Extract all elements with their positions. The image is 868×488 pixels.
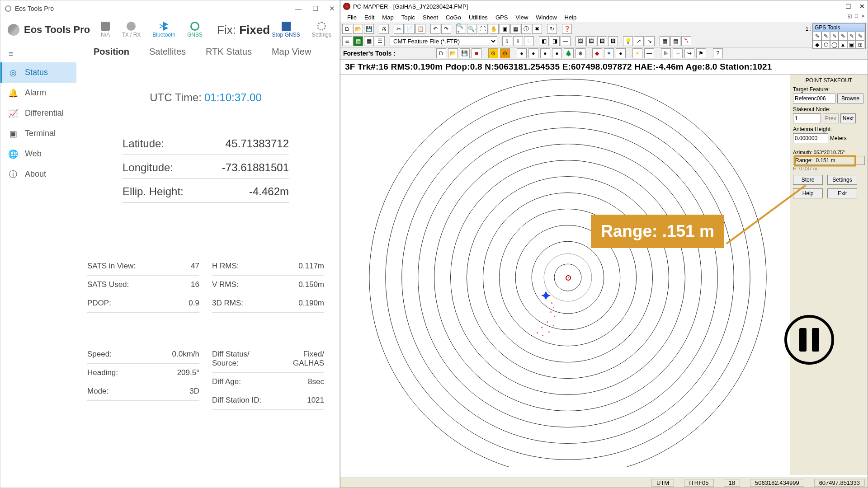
ft-c-icon[interactable]: ●	[540, 48, 550, 58]
tab-position[interactable]: Position	[94, 47, 129, 57]
ft-g-icon[interactable]: ✶	[604, 48, 614, 58]
cut-icon[interactable]: ✂	[394, 24, 404, 34]
ft-h-icon[interactable]: ●	[616, 48, 626, 58]
sidebar-item-status[interactable]: ◎Status	[0, 62, 76, 83]
export-icon[interactable]: ⇪	[502, 36, 512, 46]
paste-icon[interactable]: 📋	[415, 24, 425, 34]
exit-button[interactable]: Exit	[827, 188, 857, 198]
ft-pin-yellow-icon[interactable]: ⊙	[488, 48, 498, 58]
ft-f-icon[interactable]: ◆	[592, 48, 602, 58]
mdi-max-icon[interactable]: ☐	[854, 14, 859, 19]
tab-rtk[interactable]: RTK Status	[206, 47, 252, 57]
print-icon[interactable]: 🖨	[379, 24, 389, 34]
menu-edit[interactable]: Edit	[361, 14, 377, 21]
ft-dash-icon[interactable]: —	[644, 48, 654, 58]
gt-e-icon[interactable]: ✎	[847, 32, 856, 40]
menu-view[interactable]: View	[512, 14, 531, 21]
ft-tree-icon[interactable]: 🌲	[564, 48, 574, 58]
zoomfit-icon[interactable]: ⛶	[478, 24, 488, 34]
helpcursor-icon[interactable]: ❓	[562, 24, 572, 34]
menu-utilities[interactable]: Utilities	[466, 14, 491, 21]
nodes-icon[interactable]: ⁘	[524, 36, 534, 46]
stop-gnss-button[interactable]: Stop GNSS	[272, 22, 300, 38]
redo-icon[interactable]: ↷	[441, 24, 451, 34]
menu-map[interactable]: Map	[379, 14, 396, 21]
mdi-close-icon[interactable]: ✕	[861, 14, 865, 19]
pause-button[interactable]	[784, 315, 834, 365]
stakeout-settings-button[interactable]: Settings	[827, 175, 857, 185]
graph-icon[interactable]: 〽	[681, 36, 691, 46]
store-button[interactable]: Store	[793, 175, 823, 185]
sidebar-item-about[interactable]: ⓘAbout	[0, 164, 76, 184]
pan-icon[interactable]: ✋	[489, 24, 499, 34]
menu-file[interactable]: File	[344, 14, 360, 21]
ft-sun-icon[interactable]: ☀	[632, 48, 642, 58]
legend-icon[interactable]: ▤	[353, 36, 363, 46]
next-button[interactable]: Next	[840, 113, 856, 123]
ft-help-icon[interactable]: ?	[713, 48, 723, 58]
img3-icon[interactable]: 🖼	[597, 36, 607, 46]
help-button[interactable]: Help	[793, 188, 823, 198]
t2b-icon[interactable]: ◨	[550, 36, 560, 46]
gt-f-icon[interactable]: ✎	[856, 32, 864, 40]
antenna-input[interactable]	[793, 133, 828, 143]
ft-flag-icon[interactable]: ⚑	[696, 48, 706, 58]
ft-k-icon[interactable]: ↪	[684, 48, 694, 58]
img2-icon[interactable]: 🖼	[586, 36, 596, 46]
sidebar-item-web[interactable]: 🌐Web	[0, 144, 76, 164]
gt-a-icon[interactable]: ✎	[813, 32, 821, 40]
import-icon[interactable]: ⇩	[513, 36, 523, 46]
undo-icon[interactable]: ↶	[430, 24, 440, 34]
menu-sheet[interactable]: Sheet	[420, 14, 441, 21]
ft-open-icon[interactable]: 📂	[448, 48, 458, 58]
gt-j-icon[interactable]: ▲	[839, 40, 847, 49]
gt-i-icon[interactable]: ◯	[830, 40, 839, 49]
refresh-icon[interactable]: ↻	[547, 24, 557, 34]
open-icon[interactable]: 📂	[353, 24, 363, 34]
bulb-icon[interactable]: 💡	[623, 36, 633, 46]
select-icon[interactable]: ▦	[510, 24, 520, 34]
ft-a-icon[interactable]: ●	[517, 48, 527, 58]
gt-l-icon[interactable]: ⊞	[856, 40, 864, 49]
ft-i-icon[interactable]: ⊪	[661, 48, 671, 58]
ft-save-icon[interactable]: 💾	[460, 48, 470, 58]
menu-gps[interactable]: GPS	[492, 14, 511, 21]
zoomin-icon[interactable]: 🔍+	[456, 24, 466, 34]
gt-k-icon[interactable]: ▣	[847, 40, 856, 49]
menu-toggle-button[interactable]: ≡	[0, 46, 76, 62]
ft-b-icon[interactable]: ●	[528, 48, 538, 58]
t2c-icon[interactable]: —	[561, 36, 571, 46]
copy-icon[interactable]: 📄	[405, 24, 415, 34]
feature-file-select[interactable]: CMT Feature File (*.FTR)	[390, 36, 497, 46]
t2a-icon[interactable]: ◧	[539, 36, 549, 46]
close-button[interactable]: ✕	[329, 5, 335, 13]
mdi-restore-icon[interactable]: ◱	[848, 14, 852, 19]
pcm-maximize-button[interactable]: ☐	[845, 3, 851, 10]
menu-topic[interactable]: Topic	[398, 14, 418, 21]
save-icon[interactable]: 💾	[364, 24, 374, 34]
img1-icon[interactable]: 🖼	[576, 36, 585, 46]
gt-g-icon[interactable]: ◆	[813, 40, 821, 49]
menu-help[interactable]: Help	[561, 14, 580, 21]
extent-icon[interactable]: ▣	[500, 24, 509, 34]
grid-icon[interactable]: ▦	[364, 36, 374, 46]
menu-cogo[interactable]: CoGo	[443, 14, 464, 21]
node-input[interactable]	[793, 113, 821, 123]
ft-j-icon[interactable]: ⊩	[673, 48, 683, 58]
minimize-button[interactable]: —	[295, 5, 302, 13]
target-feature-input[interactable]	[793, 94, 835, 103]
t2e-icon[interactable]: ↘	[645, 36, 655, 46]
ft-pin-amber-icon[interactable]: ⊙	[500, 48, 510, 58]
map-canvas[interactable]: ✦ Range: .151 m	[340, 75, 790, 475]
menu-window[interactable]: Window	[533, 14, 560, 21]
new-icon[interactable]: 🗋	[342, 24, 352, 34]
img4-icon[interactable]: 🖼	[608, 36, 618, 46]
ft-e-icon[interactable]: ⊕	[576, 48, 585, 58]
table-icon[interactable]: ▦	[660, 36, 670, 46]
settings-button[interactable]: Settings	[312, 22, 331, 38]
browse-button[interactable]: Browse	[837, 94, 863, 103]
gt-h-icon[interactable]: ⬡	[821, 40, 830, 49]
rows-icon[interactable]: ☰	[375, 36, 385, 46]
ft-stop-icon[interactable]: ■	[472, 48, 481, 58]
identify-icon[interactable]: ⓘ	[521, 24, 531, 34]
